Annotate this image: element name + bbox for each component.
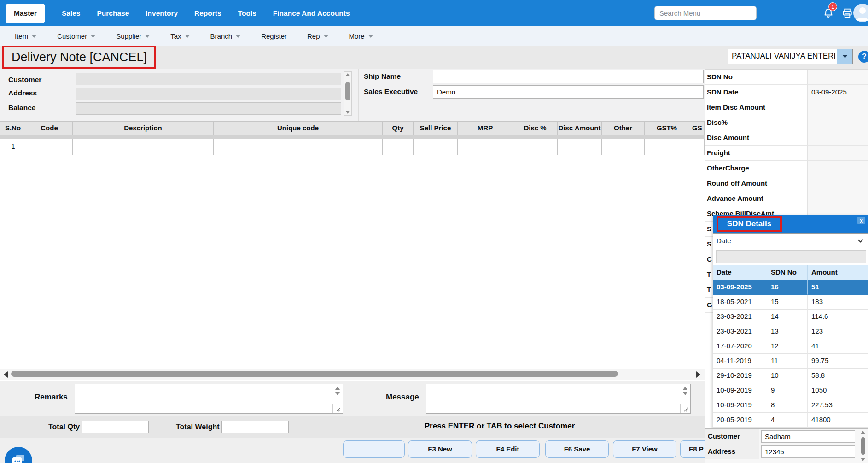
user-avatar[interactable]	[853, 4, 868, 22]
row-gst-cell[interactable]	[689, 139, 705, 155]
cell-amount[interactable]: 123	[808, 324, 868, 339]
scroll-up-icon[interactable]	[861, 431, 865, 434]
cell-sdn-no[interactable]: 12	[767, 339, 808, 354]
balance-field[interactable]	[76, 102, 341, 115]
row-sno-cell[interactable]: 1	[0, 139, 26, 155]
scroll-left-icon[interactable]	[4, 371, 8, 378]
close-icon[interactable]: x	[857, 217, 865, 224]
row-description-cell[interactable]	[73, 139, 214, 155]
scroll-down-icon[interactable]	[861, 458, 865, 461]
summary-value[interactable]: 03-09-2025	[807, 85, 868, 100]
cell-amount[interactable]: 1050	[808, 383, 868, 398]
summary-value[interactable]	[807, 115, 868, 130]
tab-tools[interactable]: Tools	[238, 9, 256, 18]
cell-sdn-no[interactable]: 10	[767, 369, 808, 383]
cell-amount[interactable]: 58.8	[808, 369, 868, 383]
cell-date[interactable]: 10-09-2019	[713, 383, 767, 398]
cell-date[interactable]: 03-09-2025	[713, 280, 767, 295]
cell-sdn-no[interactable]: 16	[767, 280, 808, 295]
sales-executive-field[interactable]	[433, 85, 704, 99]
remarks-textarea[interactable]	[75, 384, 343, 414]
cell-amount[interactable]: 41800	[808, 413, 868, 428]
f3-new-button[interactable]: F3 New	[408, 440, 472, 458]
summary-value[interactable]	[807, 100, 868, 115]
resize-handle-icon[interactable]	[680, 404, 690, 413]
cell-date[interactable]: 10-09-2019	[713, 398, 767, 413]
cell-date[interactable]: 04-11-2019	[713, 354, 767, 369]
popup-table-row[interactable]: 20-05-2019441800	[713, 413, 868, 428]
tab-inventory[interactable]: Inventory	[146, 9, 178, 18]
popup-table-row[interactable]: 23-03-202114114.6	[713, 310, 868, 324]
spin-down-icon[interactable]	[335, 392, 340, 395]
cell-sdn-no[interactable]: 15	[767, 295, 808, 310]
menu-item-rep[interactable]: Rep	[307, 32, 329, 40]
cell-date[interactable]: 17-07-2020	[713, 339, 767, 354]
popup-table-row[interactable]: 17-07-20201241	[713, 339, 868, 354]
cell-sdn-no[interactable]: 9	[767, 383, 808, 398]
scrollbar-thumb[interactable]	[861, 437, 865, 455]
row-mrp-cell[interactable]	[458, 139, 513, 155]
summary-value[interactable]	[807, 176, 868, 191]
search-menu-input[interactable]	[654, 6, 757, 20]
cell-amount[interactable]: 183	[808, 295, 868, 310]
row-qty-cell[interactable]	[383, 139, 414, 155]
tab-master[interactable]: Master	[6, 4, 45, 23]
summary-value[interactable]	[807, 146, 868, 161]
address-field[interactable]	[76, 88, 341, 100]
company-selector-dropdown-button[interactable]	[837, 49, 852, 64]
scroll-down-icon[interactable]	[345, 111, 350, 114]
tab-purchase[interactable]: Purchase	[97, 9, 129, 18]
popup-table-row-selected[interactable]: 03-09-20251651	[713, 280, 868, 295]
row-gst-pct-cell[interactable]	[645, 139, 689, 155]
summary-value[interactable]	[807, 191, 868, 206]
row-other-cell[interactable]	[602, 139, 645, 155]
cell-sdn-no[interactable]: 4	[767, 413, 808, 428]
f6-save-button[interactable]: F6 Save	[545, 440, 609, 458]
cell-date[interactable]: 20-05-2019	[713, 413, 767, 428]
row-unique-code-cell[interactable]	[214, 139, 383, 155]
resize-handle-icon[interactable]	[332, 404, 343, 413]
tab-sales[interactable]: Sales	[62, 9, 81, 18]
ship-name-field[interactable]	[433, 70, 704, 83]
tab-finance-and-accounts[interactable]: Finance And Accounts	[273, 9, 350, 18]
menu-item-customer[interactable]: Customer	[57, 32, 96, 40]
row-disc-pct-cell[interactable]	[513, 139, 558, 155]
popup-table-row[interactable]: 10-09-201991050	[713, 383, 868, 398]
company-selector[interactable]: PATANJALI VANIJYA ENTERI	[728, 49, 853, 64]
total-qty-field[interactable]	[82, 421, 149, 433]
menu-item-tax[interactable]: Tax	[170, 32, 190, 40]
menu-item-supplier[interactable]: Supplier	[116, 32, 150, 40]
print-icon[interactable]	[841, 7, 854, 20]
popup-table-row[interactable]: 29-10-20191058.8	[713, 369, 868, 383]
cell-date[interactable]: 23-03-2021	[713, 310, 767, 324]
address-value-field[interactable]	[761, 445, 855, 458]
horizontal-scrollbar[interactable]	[0, 369, 705, 380]
sort-by-select[interactable]: Date	[713, 233, 868, 248]
cell-date[interactable]: 29-10-2019	[713, 369, 767, 383]
popup-table-row[interactable]: 04-11-20191199.75	[713, 354, 868, 369]
popup-search-field[interactable]	[716, 250, 866, 263]
form-scrollbar[interactable]	[344, 71, 352, 116]
row-sell-price-cell[interactable]	[414, 139, 458, 155]
cell-amount[interactable]: 51	[808, 280, 868, 295]
spin-up-icon[interactable]	[683, 387, 687, 390]
scrollbar-thumb[interactable]	[345, 82, 350, 100]
customer-value-field[interactable]	[761, 430, 855, 443]
tab-reports[interactable]: Reports	[194, 9, 221, 18]
total-weight-field[interactable]	[221, 421, 289, 433]
cell-amount[interactable]: 41	[808, 339, 868, 354]
cell-sdn-no[interactable]: 13	[767, 324, 808, 339]
menu-item-register[interactable]: Register	[261, 32, 287, 40]
blank-button[interactable]	[343, 440, 405, 458]
panel-scrollbar[interactable]	[858, 430, 868, 462]
row-disc-amount-cell[interactable]	[558, 139, 602, 155]
spin-down-icon[interactable]	[683, 392, 687, 395]
help-icon[interactable]: ?	[858, 51, 868, 63]
menu-item-more[interactable]: More	[349, 32, 373, 40]
summary-value[interactable]	[807, 130, 868, 146]
summary-value[interactable]	[807, 161, 868, 176]
popup-table-row[interactable]: 10-09-20198227.53	[713, 398, 868, 413]
scroll-right-icon[interactable]	[696, 371, 700, 378]
message-textarea[interactable]	[426, 384, 691, 414]
cell-date[interactable]: 23-03-2021	[713, 324, 767, 339]
